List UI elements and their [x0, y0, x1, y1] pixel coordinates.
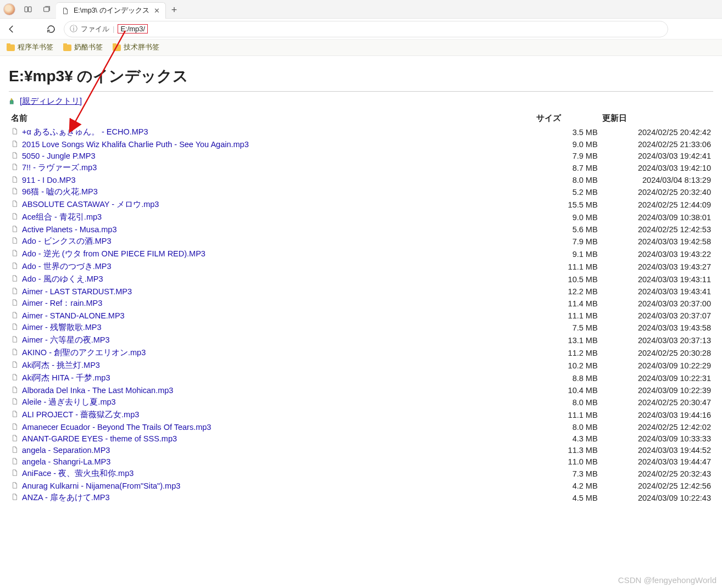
file-link[interactable]: Aleile - 過ぎ去りし夏.mp3 — [22, 397, 116, 406]
file-link[interactable]: Aimer - Ref：rain.MP3 — [22, 299, 102, 307]
file-link[interactable]: Aki阿杰 HITA - 千梦.mp3 — [22, 373, 110, 382]
file-link[interactable]: Aimer - 六等星の夜.MP3 — [22, 335, 110, 344]
file-link[interactable]: 96猫 - 嘘の火花.MP3 — [22, 187, 98, 196]
file-icon — [11, 335, 19, 344]
file-link[interactable]: angela - Shangri-La.MP3 — [22, 457, 110, 466]
titlebar: E:\mp3\ のインデックス ✕ + — [0, 0, 722, 19]
file-size: 9.0 MB — [534, 211, 600, 223]
file-link[interactable]: Ado - 風のゆくえ.MP3 — [22, 275, 103, 283]
file-link[interactable]: ABSOLUTE CASTAWAY - メロウ.mp3 — [22, 200, 159, 209]
address-url: E:/mp3/ — [118, 24, 148, 33]
file-link[interactable]: ALI PROJECT - 薔薇獄乙女.mp3 — [22, 410, 139, 419]
file-link[interactable]: 2015 Love Songs Wiz Khalifa Charlie Puth… — [22, 140, 249, 149]
file-icon — [11, 187, 19, 195]
table-row: Alborada Del Inka - The Last Mohican.mp3… — [9, 384, 713, 396]
file-link[interactable]: Aimer - 残響散歌.MP3 — [22, 323, 102, 332]
file-icon — [11, 457, 19, 466]
file-link[interactable]: Ado - 世界のつづき.MP3 — [22, 262, 112, 271]
bookmark-item[interactable]: 奶酪书签 — [63, 43, 103, 52]
table-row: Aimer - Ref：rain.MP311.4 MB2024/03/03 20… — [9, 297, 713, 310]
table-row: Ace组合 - 青花引.mp39.0 MB2024/03/09 10:38:01 — [9, 211, 713, 223]
file-link[interactable]: Ado - 逆光 (ウタ from ONE PIECE FILM RED).MP… — [22, 249, 206, 258]
file-date: 2024/02/25 21:33:06 — [600, 138, 713, 150]
file-date: 2024/03/09 10:22:43 — [600, 491, 713, 504]
file-link[interactable]: ANZA - 扉をあけて.MP3 — [22, 493, 110, 502]
file-size: 5.2 MB — [534, 186, 600, 198]
table-row: ANZA - 扉をあけて.MP34.5 MB2024/03/09 10:22:4… — [9, 491, 713, 504]
file-size: 11.0 MB — [534, 456, 600, 467]
file-link[interactable]: Aimer - LAST STARDUST.MP3 — [22, 287, 132, 296]
file-link[interactable]: Ace组合 - 青花引.mp3 — [22, 212, 102, 221]
table-row: Ado - 世界のつづき.MP311.1 MB2024/03/03 19:43:… — [9, 260, 713, 273]
table-row: Ado - 風のゆくえ.MP310.5 MB2024/03/03 19:43:1… — [9, 273, 713, 285]
file-link[interactable]: Alborada Del Inka - The Last Mohican.mp3 — [22, 386, 173, 395]
file-link[interactable]: Aimer - STAND-ALONE.MP3 — [22, 311, 125, 320]
file-link[interactable]: Aki阿杰 - 挑兰灯.MP3 — [22, 361, 100, 369]
bookmarks-bar: 程序羊书签 奶酪书签 技术胖书签 — [0, 40, 722, 56]
reload-button[interactable] — [44, 24, 58, 34]
file-date: 2024/02/25 20:30:28 — [600, 346, 713, 359]
table-row: Aimer - 残響散歌.MP37.5 MB2024/03/03 19:43:5… — [9, 321, 713, 334]
bookmark-item[interactable]: 程序羊书签 — [7, 43, 53, 52]
table-row: Aki阿杰 HITA - 千梦.mp38.8 MB2024/03/09 10:2… — [9, 372, 713, 384]
table-row: Aimer - LAST STARDUST.MP312.2 MB2024/03/… — [9, 285, 713, 297]
file-icon — [11, 422, 19, 431]
svg-rect-1 — [29, 7, 31, 12]
parent-directory[interactable]: [親ディレクトリ] — [9, 96, 713, 107]
info-icon[interactable]: ⓘ — [70, 24, 77, 34]
file-size: 11.1 MB — [534, 408, 600, 421]
file-icon — [11, 445, 19, 454]
back-button[interactable] — [4, 24, 19, 34]
file-link[interactable]: ANANT-GARDE EYES - theme of SSS.mp3 — [22, 434, 177, 443]
file-date: 2024/02/25 20:32:40 — [600, 186, 713, 198]
table-row: ALI PROJECT - 薔薇獄乙女.mp311.1 MB2024/03/03… — [9, 408, 713, 421]
file-date: 2024/03/09 10:22:39 — [600, 384, 713, 396]
file-link[interactable]: Active Planets - Musa.mp3 — [22, 225, 116, 234]
profile-avatar[interactable] — [0, 0, 19, 18]
file-date: 2024/03/03 19:43:11 — [600, 273, 713, 285]
file-link[interactable]: 911 - I Do.MP3 — [22, 176, 76, 184]
file-link[interactable]: 5050 - Jungle P.MP3 — [22, 152, 96, 160]
tab-close-icon[interactable]: ✕ — [154, 7, 160, 15]
file-date: 2024/03/03 19:44:16 — [600, 408, 713, 421]
folder-icon — [113, 44, 121, 51]
file-size: 15.5 MB — [534, 198, 600, 211]
folder-icon — [63, 44, 71, 51]
table-row: 911 - I Do.MP38.0 MB2024/03/04 8:13:29 — [9, 174, 713, 186]
browser-tab[interactable]: E:\mp3\ のインデックス ✕ — [56, 2, 166, 19]
file-icon — [11, 163, 19, 171]
file-size: 4.3 MB — [534, 433, 600, 444]
new-tab-button[interactable]: + — [166, 2, 182, 18]
file-link[interactable]: +α あるふぁきゅん。 - ECHO.MP3 — [22, 127, 148, 136]
col-name[interactable]: 名前 — [9, 110, 534, 126]
file-link[interactable]: Ado - ビンクスの酒.MP3 — [22, 237, 112, 245]
file-size: 8.7 MB — [534, 161, 600, 174]
bookmark-item[interactable]: 技术胖书签 — [113, 43, 159, 52]
col-size[interactable]: サイズ — [534, 110, 600, 126]
file-link[interactable]: AniFace - 夜、萤火虫和你.mp3 — [22, 469, 134, 478]
file-link[interactable]: Anurag Kulkarni - Nijamena(From"Sita").m… — [22, 481, 180, 490]
file-date: 2024/02/25 12:42:02 — [600, 421, 713, 433]
file-link[interactable]: angela - Separation.MP3 — [22, 446, 110, 455]
file-icon — [11, 139, 19, 148]
address-bar[interactable]: ⓘ ファイル | E:/mp3/ — [64, 21, 668, 37]
parent-directory-link[interactable]: [親ディレクトリ] — [20, 96, 82, 107]
file-icon — [11, 151, 19, 160]
file-date: 2024/03/04 8:13:29 — [600, 174, 713, 186]
svg-rect-2 — [44, 7, 49, 12]
col-date[interactable]: 更新日 — [600, 110, 713, 126]
file-icon — [11, 322, 19, 331]
file-date: 2024/02/25 12:42:53 — [600, 223, 713, 235]
file-icon — [11, 373, 19, 382]
tabs-overview-icon[interactable] — [37, 0, 56, 18]
file-size: 10.5 MB — [534, 273, 600, 285]
file-link[interactable]: 7!! - ラヴァーズ.mp3 — [22, 163, 97, 172]
file-link[interactable]: AKINO - 創聖のアクエリオン.mp3 — [22, 348, 146, 357]
file-icon — [11, 225, 19, 233]
file-link[interactable]: Amanecer Ecuador - Beyond The Trails Of … — [22, 423, 211, 432]
file-icon — [11, 287, 19, 295]
workspaces-icon[interactable] — [19, 0, 37, 18]
file-date: 2024/03/09 10:38:01 — [600, 211, 713, 223]
file-size: 4.2 MB — [534, 480, 600, 491]
file-size: 11.4 MB — [534, 297, 600, 310]
